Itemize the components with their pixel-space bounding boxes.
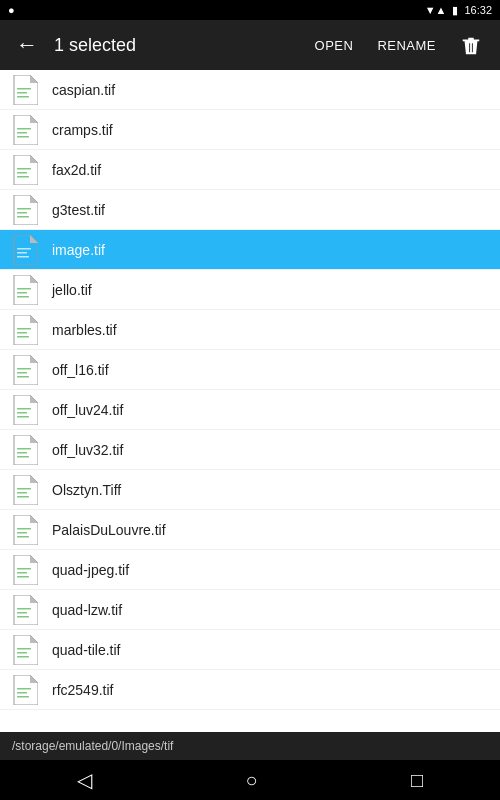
svg-rect-33 <box>17 528 31 530</box>
svg-rect-1 <box>17 92 27 94</box>
svg-rect-16 <box>17 292 27 294</box>
svg-rect-45 <box>17 688 31 690</box>
list-item[interactable]: Olsztyn.Tiff <box>0 470 500 510</box>
file-icon <box>12 75 38 105</box>
list-item[interactable]: quad-lzw.tif <box>0 590 500 630</box>
list-item[interactable]: rfc2549.tif <box>0 670 500 710</box>
svg-rect-43 <box>17 652 27 654</box>
list-item[interactable]: PalaisDuLouvre.tif <box>0 510 500 550</box>
svg-rect-18 <box>17 328 31 330</box>
svg-rect-26 <box>17 416 29 418</box>
file-icon <box>12 675 38 705</box>
list-item[interactable]: quad-jpeg.tif <box>0 550 500 590</box>
file-name: marbles.tif <box>52 322 117 338</box>
file-icon <box>12 315 38 345</box>
list-item[interactable]: cramps.tif <box>0 110 500 150</box>
svg-rect-47 <box>17 696 29 698</box>
svg-rect-11 <box>17 216 29 218</box>
list-item[interactable]: jello.tif <box>0 270 500 310</box>
svg-rect-8 <box>17 176 29 178</box>
svg-rect-28 <box>17 452 27 454</box>
time-display: 16:32 <box>464 4 492 16</box>
svg-rect-12 <box>17 248 31 250</box>
svg-rect-46 <box>17 692 27 694</box>
status-bar-left: ● <box>8 4 15 16</box>
file-name: fax2d.tif <box>52 162 101 178</box>
file-name: off_luv32.tif <box>52 442 123 458</box>
file-name: cramps.tif <box>52 122 113 138</box>
svg-rect-19 <box>17 332 27 334</box>
svg-rect-5 <box>17 136 29 138</box>
svg-rect-41 <box>17 616 29 618</box>
file-name: quad-tile.tif <box>52 642 120 658</box>
svg-rect-27 <box>17 448 31 450</box>
list-item[interactable]: fax2d.tif <box>0 150 500 190</box>
svg-rect-31 <box>17 492 27 494</box>
file-name: PalaisDuLouvre.tif <box>52 522 166 538</box>
svg-rect-21 <box>17 368 31 370</box>
file-icon <box>12 155 38 185</box>
list-item[interactable]: off_luv24.tif <box>0 390 500 430</box>
svg-rect-30 <box>17 488 31 490</box>
file-icon <box>12 595 38 625</box>
list-item[interactable]: off_l16.tif <box>0 350 500 390</box>
file-icon <box>12 555 38 585</box>
file-icon <box>12 435 38 465</box>
svg-rect-7 <box>17 172 27 174</box>
file-icon <box>12 195 38 225</box>
svg-rect-42 <box>17 648 31 650</box>
status-bar-right: ▼▲ ▮ 16:32 <box>425 4 492 17</box>
toolbar: ← 1 selected OPEN RENAME <box>0 20 500 70</box>
svg-rect-22 <box>17 372 27 374</box>
current-path: /storage/emulated/0/Images/tif <box>12 739 173 753</box>
svg-rect-10 <box>17 212 27 214</box>
toolbar-title: 1 selected <box>54 35 305 56</box>
svg-rect-13 <box>17 252 27 254</box>
nav-recent-button[interactable]: □ <box>391 761 443 800</box>
file-icon <box>12 635 38 665</box>
file-name: quad-jpeg.tif <box>52 562 129 578</box>
list-item[interactable]: marbles.tif <box>0 310 500 350</box>
list-item[interactable]: off_luv32.tif <box>0 430 500 470</box>
file-name: quad-lzw.tif <box>52 602 122 618</box>
list-item[interactable]: quad-tile.tif <box>0 630 500 670</box>
file-name: image.tif <box>52 242 105 258</box>
file-name: off_luv24.tif <box>52 402 123 418</box>
file-list: caspian.tif cramps.tif fax2d.tif g3test.… <box>0 70 500 732</box>
file-name: Olsztyn.Tiff <box>52 482 121 498</box>
file-icon <box>12 475 38 505</box>
nav-home-button[interactable]: ○ <box>225 761 277 800</box>
svg-rect-39 <box>17 608 31 610</box>
list-item[interactable]: caspian.tif <box>0 70 500 110</box>
nav-back-button[interactable]: ◁ <box>57 760 112 800</box>
list-item[interactable]: g3test.tif <box>0 190 500 230</box>
toolbar-actions: OPEN RENAME <box>305 26 492 64</box>
svg-rect-36 <box>17 568 31 570</box>
rename-button[interactable]: RENAME <box>367 30 446 61</box>
svg-rect-0 <box>17 88 31 90</box>
svg-rect-34 <box>17 532 27 534</box>
file-icon <box>12 515 38 545</box>
list-item[interactable]: image.tif <box>0 230 500 270</box>
svg-rect-29 <box>17 456 29 458</box>
open-button[interactable]: OPEN <box>305 30 364 61</box>
file-icon <box>12 395 38 425</box>
svg-rect-14 <box>17 256 29 258</box>
status-dot: ● <box>8 4 15 16</box>
svg-rect-17 <box>17 296 29 298</box>
svg-rect-20 <box>17 336 29 338</box>
delete-button[interactable] <box>450 26 492 64</box>
file-icon <box>12 275 38 305</box>
file-icon <box>12 355 38 385</box>
back-button[interactable]: ← <box>8 24 46 66</box>
path-bar: /storage/emulated/0/Images/tif <box>0 732 500 760</box>
svg-rect-3 <box>17 128 31 130</box>
svg-rect-38 <box>17 576 29 578</box>
svg-rect-15 <box>17 288 31 290</box>
file-name: caspian.tif <box>52 82 115 98</box>
svg-rect-44 <box>17 656 29 658</box>
file-icon <box>12 235 38 265</box>
file-name: jello.tif <box>52 282 92 298</box>
file-icon <box>12 115 38 145</box>
battery-icon: ▮ <box>452 4 458 17</box>
